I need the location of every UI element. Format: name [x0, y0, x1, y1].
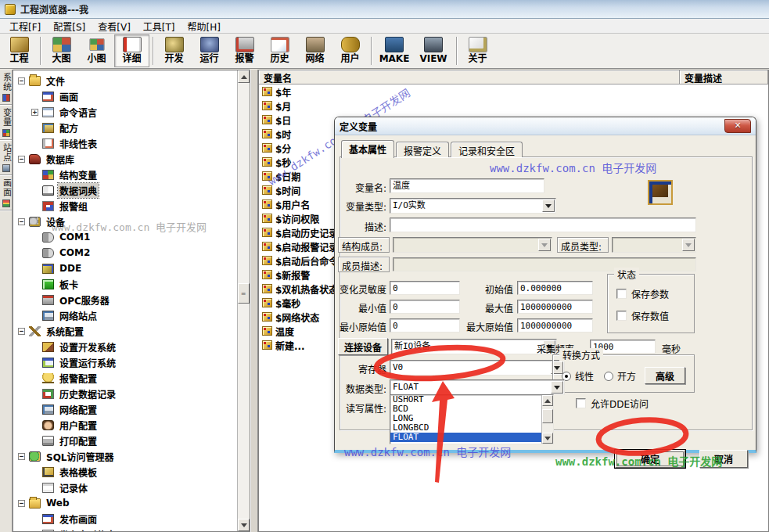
radio-icon[interactable] [604, 372, 613, 381]
scroll-down-icon[interactable] [542, 433, 553, 444]
save-values-checkbox[interactable]: 保存数值 [616, 309, 669, 322]
toolbar-button[interactable]: 历史 [262, 34, 297, 67]
connect-device-combo[interactable]: 新IO设备 [391, 339, 557, 354]
toolbar-button[interactable]: 运行 [192, 34, 227, 67]
ok-button[interactable]: 确定 [615, 450, 685, 468]
save-params-checkbox[interactable]: 保存参数 [616, 287, 669, 300]
toolbar-button[interactable]: 工程 [2, 34, 37, 67]
scroll-up-icon[interactable] [238, 70, 250, 83]
tree-item[interactable]: 网络配置 [13, 401, 250, 417]
max-raw-input[interactable]: 1000000000 [517, 318, 593, 332]
tree-item[interactable]: 画面 [13, 88, 250, 104]
toolbar-button[interactable]: 详细 [114, 34, 149, 67]
cancel-button[interactable]: 取消 [699, 450, 748, 468]
tree-item[interactable]: 表格模板 [13, 464, 250, 480]
desc-input[interactable] [390, 217, 696, 232]
tree-expander-icon[interactable] [18, 453, 25, 460]
dialog-tab[interactable]: 基本属性 [341, 140, 394, 158]
tree-item[interactable]: 结构变量 [13, 167, 250, 182]
toolbar-button[interactable]: MAKE [375, 34, 414, 67]
toolbar-button[interactable] [368, 34, 375, 67]
menu-item[interactable]: 工程[F] [3, 19, 47, 34]
tree-item[interactable]: 数据词典 [13, 182, 250, 198]
column-header-variable-desc[interactable]: 变量描述 [680, 70, 768, 84]
toolbar-button[interactable]: 开发 [156, 34, 192, 67]
panel-splitter[interactable] [250, 70, 258, 532]
datatype-option[interactable]: USHORT [390, 395, 541, 404]
menu-item[interactable]: 查看[V] [92, 19, 137, 34]
column-header-variable-name[interactable]: 变量名 [259, 70, 680, 84]
tree-item[interactable]: 报警配置 [13, 370, 250, 386]
sqrt-radio[interactable]: 开方 [604, 369, 636, 383]
tree-item[interactable]: 系统配置 [13, 323, 250, 339]
toolbar-button[interactable]: 用户 [332, 34, 368, 67]
tree-item[interactable]: 打印配置 [13, 433, 250, 448]
toolbar-button[interactable]: 网络 [297, 34, 332, 67]
tree-item[interactable]: 非线性表 [13, 135, 250, 151]
min-raw-input[interactable]: 0 [390, 318, 460, 332]
checkbox-icon[interactable] [576, 398, 586, 408]
variable-list-item[interactable]: $年 [259, 84, 768, 99]
tree-item[interactable]: 报警组 [13, 198, 250, 214]
tree-item[interactable]: DDE [13, 261, 250, 276]
menu-item[interactable]: 帮助[H] [181, 19, 227, 34]
tree-item[interactable]: 设置开发系统 [13, 339, 250, 354]
tree-item[interactable]: SQL访问管理器 [13, 448, 250, 464]
toolbar-button[interactable]: 小图 [79, 34, 114, 67]
toolbar-button[interactable]: 大图 [44, 34, 79, 67]
var-type-combo[interactable]: I/O实数 [390, 198, 556, 214]
tree-item[interactable]: 文件 [13, 73, 250, 88]
connect-device-button[interactable]: 连接设备 [338, 338, 388, 355]
scroll-down-icon[interactable] [238, 519, 250, 531]
chevron-down-icon[interactable] [551, 381, 563, 394]
list-scrollbar-thumb[interactable] [542, 409, 553, 423]
tree-item[interactable]: 发布画面 [13, 511, 250, 527]
toolbar-button[interactable]: 关于 [460, 34, 495, 67]
allow-dde-checkbox[interactable]: 允许DDE访问 [576, 397, 649, 410]
tree-item[interactable]: 网络站点 [13, 307, 250, 323]
tree-expander-icon[interactable] [31, 109, 38, 116]
datatype-option[interactable]: FLOAT [390, 433, 541, 442]
tree-item[interactable]: Web [13, 495, 250, 511]
tree-expander-icon[interactable] [18, 156, 25, 163]
close-icon[interactable]: ✕ [724, 119, 751, 133]
checkbox-icon[interactable] [616, 289, 627, 299]
tree-item[interactable]: 配方 [13, 120, 250, 135]
max-input[interactable]: 1000000000 [517, 300, 593, 314]
register-combo[interactable]: V0 [390, 360, 565, 376]
min-input[interactable]: 0 [390, 300, 460, 314]
linear-radio[interactable]: 线性 [562, 369, 594, 383]
list-scrollbar[interactable] [541, 395, 553, 444]
tree-item[interactable]: 发布实时信息 [13, 527, 250, 532]
init-value-input[interactable]: 0.000000 [517, 281, 593, 295]
side-tab[interactable]: 系统 [0, 70, 12, 105]
tree-expander-icon[interactable] [18, 500, 25, 507]
var-name-input[interactable]: 温度 [390, 178, 544, 193]
toolbar-button[interactable] [37, 34, 44, 67]
dialog-tab[interactable]: 记录和安全区 [451, 142, 523, 157]
tree-item[interactable]: 命令语言 [13, 104, 250, 120]
tree-item[interactable]: 设置运行系统 [13, 354, 250, 370]
checkbox-icon[interactable] [616, 311, 627, 321]
side-tab[interactable]: 画面 [0, 175, 12, 210]
dialog-tab[interactable]: 报警定义 [396, 142, 449, 157]
advanced-button[interactable]: 高级 [645, 367, 685, 384]
tree-scrollbar-thumb[interactable]: ≡ [238, 283, 250, 304]
tree-item[interactable]: 数据库 [13, 151, 250, 167]
menu-item[interactable]: 工具[T] [137, 19, 181, 34]
side-tab[interactable]: 变量 [0, 105, 12, 140]
chevron-down-icon[interactable] [542, 200, 555, 212]
tree-item[interactable]: COM2 [13, 245, 250, 261]
sensitivity-input[interactable]: 0 [390, 281, 460, 295]
variable-list-item[interactable]: $月 [259, 99, 768, 113]
tree-item[interactable]: 设备 [13, 214, 250, 229]
tree-scrollbar[interactable]: ≡ [237, 70, 250, 531]
tree-expander-icon[interactable] [18, 218, 25, 225]
toolbar-button[interactable]: 报警 [227, 34, 262, 67]
tree-item[interactable]: COM1 [13, 229, 250, 245]
datatype-combo[interactable]: FLOAT [390, 379, 565, 395]
tree-item[interactable]: 用户配置 [13, 417, 250, 433]
tree-expander-icon[interactable] [18, 328, 25, 335]
tree-item[interactable]: 板卡 [13, 276, 250, 292]
tree-expander-icon[interactable] [18, 77, 25, 84]
